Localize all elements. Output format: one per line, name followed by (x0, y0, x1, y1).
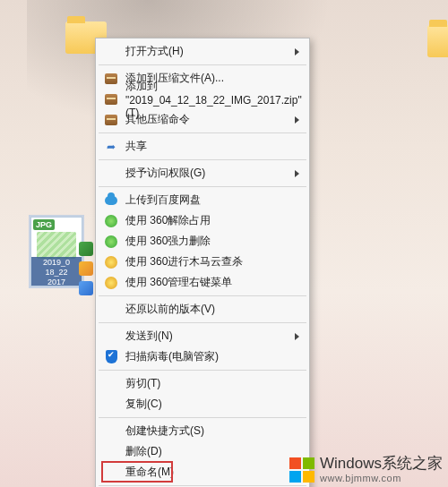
menu-label: 上传到百度网盘 (125, 192, 299, 208)
menu-open-with[interactable]: 打开方式(H) (97, 41, 308, 62)
archive-icon (104, 92, 118, 107)
badge-icon-2 (79, 261, 93, 276)
menu-separator (99, 132, 306, 133)
menu-label: 重命名(M) (125, 465, 299, 480)
menu-label: 复制(C) (125, 397, 299, 412)
menu-label: 使用 360强力删除 (125, 234, 299, 249)
menu-label: 使用 360进行木马云查杀 (125, 254, 299, 269)
side-badges (79, 242, 95, 301)
menu-cut[interactable]: 剪切(T) (97, 373, 308, 394)
menu-label: 剪切(T) (125, 376, 299, 391)
shield-icon (104, 350, 118, 364)
watermark-url: www.bjmmw.com (320, 473, 443, 483)
menu-separator (99, 417, 306, 418)
menu-label: 创建快捷方式(S) (125, 423, 299, 439)
folder-icon (427, 25, 448, 57)
360-yellow-icon (104, 276, 118, 290)
menu-scan-virus[interactable]: 扫描病毒(电脑管家) (97, 346, 308, 367)
cloud-icon (104, 193, 118, 208)
menu-share[interactable]: ➦ 共享 (97, 136, 308, 157)
menu-rename[interactable]: 重命名(M) (97, 462, 308, 483)
menu-create-shortcut[interactable]: 创建快捷方式(S) (97, 421, 308, 441)
menu-label: 扫描病毒(电脑管家) (125, 349, 299, 364)
badge-icon-3 (79, 281, 93, 295)
menu-separator (99, 159, 306, 160)
menu-separator (99, 485, 306, 486)
menu-360-unoccupy[interactable]: 使用 360解除占用 (97, 210, 308, 231)
submenu-arrow-icon (295, 333, 299, 340)
context-menu: 打开方式(H) 添加到压缩文件(A)... 添加到 "2019_04_12_18… (95, 38, 310, 487)
menu-separator (99, 295, 306, 296)
menu-label: 还原以前的版本(V) (125, 302, 299, 317)
menu-restore-previous[interactable]: 还原以前的版本(V) (97, 299, 308, 320)
menu-360-manage[interactable]: 使用 360管理右键菜单 (97, 272, 308, 293)
archive-icon (104, 113, 118, 127)
menu-add-to-named-zip[interactable]: 添加到 "2019_04_12_18_22_IMG_2017.zip" (T) (97, 89, 308, 109)
menu-send-to[interactable]: 发送到(N) (97, 326, 308, 346)
menu-upload-baidu[interactable]: 上传到百度网盘 (97, 190, 308, 210)
windows-logo-icon (289, 457, 314, 483)
archive-icon (104, 72, 118, 86)
360-green-icon (104, 235, 118, 249)
menu-delete[interactable]: 删除(D) (97, 441, 308, 462)
menu-label: 其他压缩命令 (125, 112, 295, 127)
watermark: Windows系统之家 www.bjmmw.com (289, 456, 443, 483)
menu-label: 发送到(N) (125, 329, 295, 344)
thumbnail-preview (37, 232, 76, 259)
submenu-arrow-icon (295, 170, 299, 177)
menu-separator (99, 322, 306, 323)
menu-copy[interactable]: 复制(C) (97, 394, 308, 414)
menu-separator (99, 370, 306, 371)
menu-grant-access[interactable]: 授予访问权限(G) (97, 163, 308, 184)
submenu-arrow-icon (295, 48, 299, 56)
menu-360-forcedel[interactable]: 使用 360强力删除 (97, 231, 308, 252)
menu-label: 授予访问权限(G) (125, 166, 295, 181)
desktop-folder-2[interactable] (425, 25, 448, 86)
360-yellow-icon (104, 255, 118, 269)
menu-label: 使用 360管理右键菜单 (125, 275, 299, 290)
thumbnail-caption: 2019_0 18_22 2017 (31, 257, 82, 286)
menu-label: 打开方式(H) (125, 44, 295, 59)
jpg-badge: JPG (33, 219, 55, 230)
watermark-title: Windows系统之家 (320, 456, 443, 473)
menu-label: 使用 360解除占用 (125, 213, 299, 228)
share-icon: ➦ (104, 140, 118, 154)
360-green-icon (104, 214, 118, 228)
badge-icon-1 (79, 242, 93, 256)
menu-label: 删除(D) (125, 444, 299, 459)
menu-separator (99, 64, 306, 65)
menu-other-compress[interactable]: 其他压缩命令 (97, 109, 308, 130)
selected-image-thumbnail[interactable]: JPG 2019_0 18_22 2017 (30, 217, 82, 286)
menu-360-trojan[interactable]: 使用 360进行木马云查杀 (97, 252, 308, 272)
desktop-background: JPG 2019_0 18_22 2017 打开方式(H) 添加到压缩文件(A)… (0, 0, 448, 487)
menu-label: 共享 (125, 139, 299, 154)
submenu-arrow-icon (295, 116, 299, 124)
menu-separator (99, 186, 306, 187)
